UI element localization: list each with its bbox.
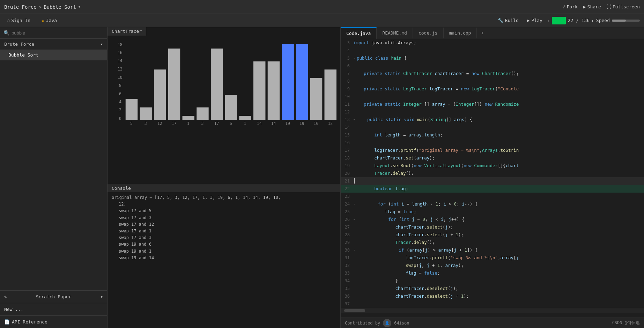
collapse-arrow-30[interactable]: ▾ bbox=[353, 247, 355, 254]
code-line-35: 35 chartTracer.deselect(j); bbox=[341, 285, 644, 292]
line-num-23: 23 bbox=[341, 193, 353, 200]
breadcrumb-part2[interactable]: Bubble Sort bbox=[44, 4, 76, 10]
contributed-by: Contributed by 👤 64ison bbox=[345, 319, 409, 327]
line-num-8: 8 bbox=[341, 78, 353, 85]
line-content-33: flag = false; bbox=[353, 270, 644, 277]
scratch-paper-label: Scratch Paper bbox=[36, 294, 72, 299]
chart-section: ChartTracer 18 16 14 12 10 8 6 4 2 0 bbox=[108, 27, 340, 184]
fork-link[interactable]: ⑂ Fork bbox=[562, 4, 577, 9]
progress-prev-button[interactable]: ‹ bbox=[548, 18, 550, 23]
tab-add-button[interactable]: + bbox=[477, 28, 488, 38]
code-line-27: 27 chartTracer.select(j); bbox=[341, 223, 644, 231]
code-line-13: 13 ▾ public static void main(String[] ar… bbox=[341, 116, 644, 124]
console-section: Console original array = [17, 5, 3, 12, … bbox=[108, 184, 340, 328]
sidebar: 🔍 Brute Force ▾ Bubble Sort ✎ Scratch Pa… bbox=[0, 27, 108, 328]
sidebar-group-header-brute-force[interactable]: Brute Force ▾ bbox=[0, 39, 107, 50]
new-item[interactable]: New ... bbox=[0, 303, 107, 315]
speed-bar-fill bbox=[612, 20, 626, 22]
chart-tab[interactable]: ChartTracer bbox=[108, 27, 146, 36]
code-line-34: 34 } bbox=[341, 277, 644, 285]
tab-main-cpp[interactable]: main.cpp bbox=[444, 28, 477, 38]
tab-readme-md[interactable]: README.md bbox=[377, 28, 413, 38]
breadcrumb-part1[interactable]: Brute Force bbox=[4, 4, 37, 10]
speed-bar[interactable] bbox=[612, 20, 640, 22]
code-line-25: 25 flag = true; bbox=[341, 208, 644, 216]
code-line-30: 30 ▾ if (array[j] > array[j + 1]) { bbox=[341, 246, 644, 254]
bar-8 bbox=[239, 116, 251, 120]
new-item-label: New ... bbox=[4, 307, 23, 312]
java-button[interactable]: ★ Java bbox=[39, 16, 60, 24]
bar-12 bbox=[296, 44, 308, 120]
fullscreen-link[interactable]: ⛶ Fullscreen bbox=[607, 4, 640, 9]
console-line-9: swap 19 and 14 bbox=[112, 255, 336, 261]
svg-text:17: 17 bbox=[214, 121, 219, 126]
svg-text:17: 17 bbox=[172, 121, 177, 126]
play-icon: ▶ bbox=[527, 18, 530, 23]
tab-code-java[interactable]: Code.java bbox=[341, 27, 377, 39]
line-content-16 bbox=[353, 139, 644, 146]
build-label: Build bbox=[505, 18, 519, 23]
sidebar-group-toggle-icon: ▾ bbox=[100, 42, 103, 47]
bar-9 bbox=[253, 61, 265, 120]
breadcrumb-dropdown-icon[interactable]: ▾ bbox=[78, 5, 81, 9]
line-content-12 bbox=[353, 109, 644, 115]
bar-0 bbox=[126, 99, 138, 120]
bar-14 bbox=[325, 69, 336, 120]
progress-indicator bbox=[552, 17, 566, 24]
play-button[interactable]: ▶ Play bbox=[524, 16, 545, 24]
code-line-37: 37 bbox=[341, 300, 644, 308]
tab-code-js[interactable]: code.js bbox=[413, 28, 444, 38]
line-num-12: 12 bbox=[341, 109, 353, 115]
sidebar-bottom: ✎ Scratch Paper ▾ New ... 📄 API Referenc… bbox=[0, 290, 107, 328]
share-link[interactable]: ▶ Share bbox=[583, 4, 601, 9]
collapse-arrow-24[interactable]: ▾ bbox=[353, 201, 355, 208]
console-content: original array = [17, 5, 3, 12, 17, 1, 3… bbox=[108, 192, 340, 328]
search-input[interactable] bbox=[12, 30, 104, 36]
code-line-10: 10 bbox=[341, 93, 644, 100]
svg-text:2: 2 bbox=[119, 107, 121, 112]
share-icon: ▶ bbox=[583, 4, 586, 9]
svg-text:4: 4 bbox=[119, 99, 121, 104]
line-content-19: Layout.setRoot(new VerticalLayout(new Co… bbox=[353, 162, 644, 169]
code-line-20: 20 Tracer.delay(); bbox=[341, 170, 644, 177]
code-line-11: 11 private static Integer [] array = (In… bbox=[341, 100, 644, 108]
line-num-20: 20 bbox=[341, 170, 353, 177]
line-num-36: 36 bbox=[341, 293, 353, 300]
contributor-username: 64ison bbox=[394, 321, 409, 326]
sidebar-item-bubble-sort[interactable]: Bubble Sort bbox=[0, 50, 107, 60]
line-num-21: 21 bbox=[341, 178, 353, 185]
code-panel: Code.java README.md code.js main.cpp + 3… bbox=[340, 27, 644, 328]
line-content-30: if (array[j] > array[j + 1]) { bbox=[353, 247, 644, 254]
credit-right: CSDN @何休逸 bbox=[612, 320, 640, 326]
svg-text:6: 6 bbox=[230, 121, 232, 126]
console-tab[interactable]: Console bbox=[108, 184, 340, 192]
progress-next-button[interactable]: › bbox=[592, 18, 593, 23]
contributed-by-label: Contributed by bbox=[345, 321, 380, 326]
collapse-arrow-5[interactable]: ▾ bbox=[353, 55, 355, 62]
svg-text:14: 14 bbox=[118, 58, 123, 63]
chart-canvas-area: 18 16 14 12 10 8 6 4 2 0 5 bbox=[108, 37, 340, 184]
sign-in-button[interactable]: ○ Sign In bbox=[4, 16, 33, 24]
svg-text:14: 14 bbox=[257, 121, 262, 126]
svg-text:0: 0 bbox=[119, 116, 121, 121]
code-line-7: 7 private static ChartTracer chartTracer… bbox=[341, 70, 644, 77]
svg-text:1: 1 bbox=[187, 121, 190, 126]
api-ref-label: API Reference bbox=[12, 319, 47, 325]
code-line-14: 14 bbox=[341, 124, 644, 131]
console-line-1: 12] bbox=[112, 201, 336, 208]
line-content-10 bbox=[353, 93, 644, 100]
top-nav-left: Brute Force > Bubble Sort ▾ bbox=[4, 4, 81, 10]
svg-text:18: 18 bbox=[118, 42, 123, 47]
line-content-5: public class Main { bbox=[353, 55, 644, 62]
speed-label: Speed bbox=[596, 18, 610, 23]
collapse-arrow-26[interactable]: ▾ bbox=[353, 216, 355, 223]
build-button[interactable]: 🔧 Build bbox=[495, 16, 521, 24]
line-content-28: chartTracer.select(j + 1); bbox=[353, 231, 644, 238]
bar-4 bbox=[183, 116, 194, 120]
breadcrumb: Brute Force > Bubble Sort ▾ bbox=[4, 4, 81, 10]
collapse-arrow-13[interactable]: ▾ bbox=[353, 116, 355, 123]
sidebar-group-label: Brute Force bbox=[4, 42, 34, 47]
scratch-paper-header[interactable]: ✎ Scratch Paper ▾ bbox=[0, 291, 107, 303]
api-reference-item[interactable]: 📄 API Reference bbox=[0, 315, 107, 328]
horizontal-scrollbar[interactable] bbox=[341, 308, 644, 313]
